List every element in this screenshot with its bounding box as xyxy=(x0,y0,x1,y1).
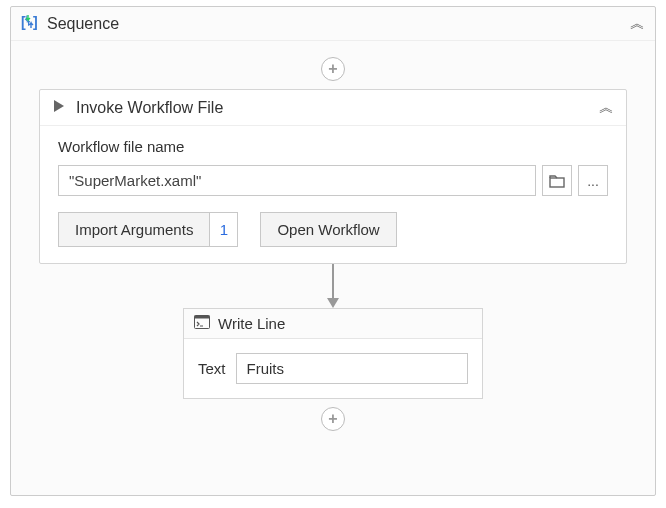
argument-count: 1 xyxy=(210,212,238,247)
connector-arrow xyxy=(323,264,343,308)
ellipsis-icon: ... xyxy=(587,173,599,189)
write-line-header: Write Line xyxy=(184,309,482,339)
write-line-body: Text xyxy=(184,339,482,398)
sequence-header[interactable]: [ ] Sequence ︽ xyxy=(11,7,655,41)
browse-folder-button[interactable] xyxy=(542,165,572,196)
terminal-icon xyxy=(194,315,210,332)
open-workflow-button[interactable]: Open Workflow xyxy=(260,212,396,247)
write-line-title: Write Line xyxy=(218,315,285,332)
svg-rect-7 xyxy=(195,316,210,319)
play-icon xyxy=(52,99,66,116)
sequence-body: + Invoke Workflow File ︽ Workflow file n… xyxy=(11,41,655,495)
sequence-container: [ ] Sequence ︽ + Invoke Workflow File ︽ … xyxy=(10,6,656,496)
text-label: Text xyxy=(198,360,226,377)
invoke-workflow-header: Invoke Workflow File ︽ xyxy=(40,90,626,126)
svg-text:]: ] xyxy=(33,14,38,30)
svg-rect-3 xyxy=(550,178,564,187)
add-activity-top-button[interactable]: + xyxy=(321,57,345,81)
sequence-title: Sequence xyxy=(47,15,622,33)
more-options-button[interactable]: ... xyxy=(578,165,608,196)
invoke-workflow-card[interactable]: Invoke Workflow File ︽ Workflow file nam… xyxy=(39,89,627,264)
import-arguments-group: Import Arguments 1 xyxy=(58,212,238,247)
collapse-icon[interactable]: ︽ xyxy=(599,98,614,117)
sequence-icon: [ ] xyxy=(21,13,39,34)
write-line-card[interactable]: Write Line Text xyxy=(183,308,483,399)
svg-marker-2 xyxy=(54,100,64,112)
workflow-file-label: Workflow file name xyxy=(58,138,608,155)
workflow-file-row: ... xyxy=(58,165,608,196)
invoke-workflow-title: Invoke Workflow File xyxy=(76,99,589,117)
write-line-text-input[interactable] xyxy=(236,353,468,384)
import-arguments-button[interactable]: Import Arguments xyxy=(58,212,210,247)
svg-marker-5 xyxy=(327,298,339,308)
add-activity-bottom-button[interactable]: + xyxy=(321,407,345,431)
collapse-icon[interactable]: ︽ xyxy=(630,14,645,33)
invoke-button-row: Import Arguments 1 Open Workflow xyxy=(58,212,608,247)
workflow-file-input[interactable] xyxy=(58,165,536,196)
svg-text:[: [ xyxy=(21,14,26,30)
invoke-workflow-body: Workflow file name ... Impo xyxy=(40,126,626,263)
